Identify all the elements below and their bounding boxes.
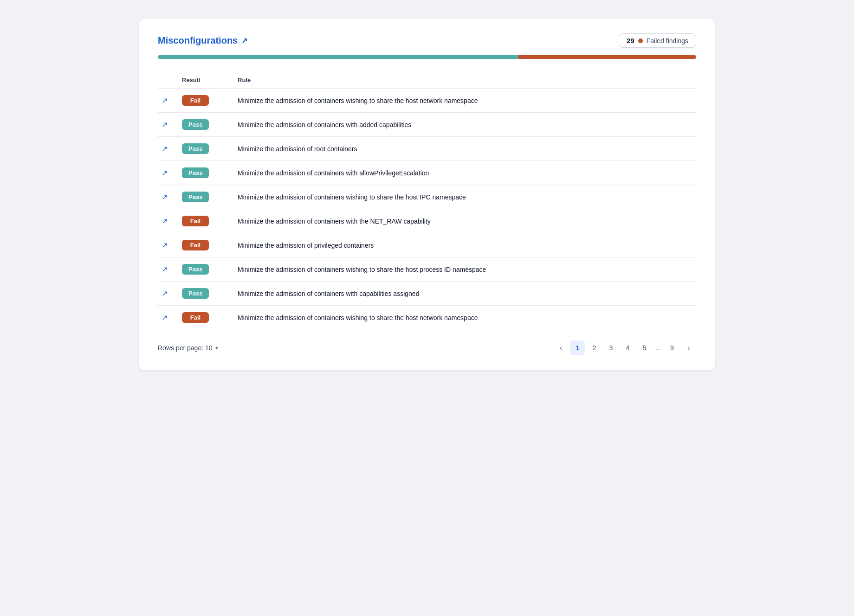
failed-findings-badge: 29 Failed findings bbox=[619, 33, 696, 48]
row-external-icon-cell: ↗ bbox=[158, 113, 178, 137]
rule-text: Minimize the admission of containers wis… bbox=[238, 97, 478, 104]
col-rule: Rule bbox=[234, 72, 696, 89]
row-rule-cell: Minimize the admission of containers wis… bbox=[234, 306, 696, 330]
row-result-cell: Pass bbox=[178, 185, 234, 209]
result-badge: Pass bbox=[182, 143, 209, 154]
row-external-icon-cell: ↗ bbox=[158, 257, 178, 282]
result-badge: Fail bbox=[182, 240, 209, 250]
page-title-text: Misconfigurations bbox=[158, 35, 238, 46]
row-result-cell: Pass bbox=[178, 161, 234, 185]
rule-text: Minimize the admission of containers wit… bbox=[238, 290, 419, 297]
pagination-page-1[interactable]: 1 bbox=[570, 340, 585, 355]
row-external-icon-cell: ↗ bbox=[158, 306, 178, 330]
row-external-icon-cell: ↗ bbox=[158, 137, 178, 161]
rows-per-page-label: Rows per page: 10 bbox=[158, 344, 213, 352]
row-external-icon-cell: ↗ bbox=[158, 89, 178, 113]
table-row: ↗FailMinimize the admission of container… bbox=[158, 89, 696, 113]
header-row: Misconfigurations ↗ 29 Failed findings bbox=[158, 33, 696, 48]
findings-table: Result Rule ↗FailMinimize the admission … bbox=[158, 72, 696, 329]
table-row: ↗PassMinimize the admission of container… bbox=[158, 257, 696, 282]
col-icon bbox=[158, 72, 178, 89]
progress-bar bbox=[158, 55, 696, 59]
external-link-icon[interactable]: ↗ bbox=[162, 145, 168, 153]
row-external-icon-cell: ↗ bbox=[158, 161, 178, 185]
external-link-icon[interactable]: ↗ bbox=[162, 289, 168, 297]
pagination-page-9[interactable]: 9 bbox=[665, 340, 679, 355]
rows-per-page[interactable]: Rows per page: 10 ▾ bbox=[158, 344, 218, 352]
pagination-page-5[interactable]: 5 bbox=[637, 340, 652, 355]
row-result-cell: Pass bbox=[178, 113, 234, 137]
failed-dot-icon bbox=[638, 38, 643, 43]
result-badge: Fail bbox=[182, 95, 209, 106]
external-link-icon[interactable]: ↗ bbox=[162, 241, 168, 249]
row-rule-cell: Minimize the admission of containers wit… bbox=[234, 113, 696, 137]
row-result-cell: Fail bbox=[178, 89, 234, 113]
external-link-icon[interactable]: ↗ bbox=[162, 96, 168, 104]
row-result-cell: Fail bbox=[178, 233, 234, 257]
table-row: ↗PassMinimize the admission of container… bbox=[158, 185, 696, 209]
external-link-icon[interactable]: ↗ bbox=[162, 217, 168, 225]
row-result-cell: Fail bbox=[178, 209, 234, 233]
row-external-icon-cell: ↗ bbox=[158, 233, 178, 257]
col-result: Result bbox=[178, 72, 234, 89]
chevron-down-icon: ▾ bbox=[215, 345, 218, 351]
row-rule-cell: Minimize the admission of containers wis… bbox=[234, 89, 696, 113]
row-external-icon-cell: ↗ bbox=[158, 282, 178, 306]
table-row: ↗PassMinimize the admission of container… bbox=[158, 113, 696, 137]
row-result-cell: Fail bbox=[178, 306, 234, 330]
page-title: Misconfigurations ↗ bbox=[158, 35, 247, 46]
pagination-prev[interactable]: ‹ bbox=[553, 340, 568, 355]
row-rule-cell: Minimize the admission of containers wit… bbox=[234, 161, 696, 185]
external-link-icon[interactable]: ↗ bbox=[162, 314, 168, 321]
rule-text: Minimize the admission of root container… bbox=[238, 145, 357, 153]
result-badge: Fail bbox=[182, 216, 209, 226]
pagination: ‹ 1 2 3 4 5 ... 9 › bbox=[553, 340, 696, 355]
progress-fail-bar bbox=[518, 55, 696, 59]
result-badge: Pass bbox=[182, 192, 209, 202]
row-rule-cell: Minimize the admission of containers wit… bbox=[234, 209, 696, 233]
pagination-page-4[interactable]: 4 bbox=[620, 340, 635, 355]
table-row: ↗PassMinimize the admission of container… bbox=[158, 161, 696, 185]
external-link-icon[interactable]: ↗ bbox=[162, 121, 168, 128]
row-rule-cell: Minimize the admission of privileged con… bbox=[234, 233, 696, 257]
rule-text: Minimize the admission of containers wis… bbox=[238, 193, 466, 201]
table-row: ↗FailMinimize the admission of privilege… bbox=[158, 233, 696, 257]
row-rule-cell: Minimize the admission of containers wis… bbox=[234, 257, 696, 282]
row-rule-cell: Minimize the admission of containers wis… bbox=[234, 185, 696, 209]
failed-count: 29 bbox=[627, 37, 634, 45]
table-body: ↗FailMinimize the admission of container… bbox=[158, 89, 696, 330]
failed-label: Failed findings bbox=[647, 37, 688, 45]
result-badge: Fail bbox=[182, 312, 209, 323]
external-link-icon[interactable]: ↗ bbox=[162, 169, 168, 177]
external-link-icon[interactable]: ↗ bbox=[162, 193, 168, 201]
rule-text: Minimize the admission of containers wis… bbox=[238, 266, 486, 273]
result-badge: Pass bbox=[182, 167, 209, 178]
rule-text: Minimize the admission of containers wis… bbox=[238, 314, 478, 321]
pagination-page-3[interactable]: 3 bbox=[603, 340, 618, 355]
table-row: ↗PassMinimize the admission of container… bbox=[158, 282, 696, 306]
rule-text: Minimize the admission of privileged con… bbox=[238, 242, 374, 249]
row-rule-cell: Minimize the admission of containers wit… bbox=[234, 282, 696, 306]
table-row: ↗FailMinimize the admission of container… bbox=[158, 306, 696, 330]
table-row: ↗FailMinimize the admission of container… bbox=[158, 209, 696, 233]
external-link-icon[interactable]: ↗ bbox=[241, 36, 247, 45]
row-result-cell: Pass bbox=[178, 282, 234, 306]
external-link-icon[interactable]: ↗ bbox=[162, 265, 168, 273]
rule-text: Minimize the admission of containers wit… bbox=[238, 121, 411, 128]
row-external-icon-cell: ↗ bbox=[158, 185, 178, 209]
row-rule-cell: Minimize the admission of root container… bbox=[234, 137, 696, 161]
rule-text: Minimize the admission of containers wit… bbox=[238, 169, 429, 177]
row-result-cell: Pass bbox=[178, 257, 234, 282]
progress-pass-bar bbox=[158, 55, 518, 59]
row-result-cell: Pass bbox=[178, 137, 234, 161]
pagination-next[interactable]: › bbox=[681, 340, 696, 355]
table-header: Result Rule bbox=[158, 72, 696, 89]
table-row: ↗PassMinimize the admission of root cont… bbox=[158, 137, 696, 161]
row-external-icon-cell: ↗ bbox=[158, 209, 178, 233]
result-badge: Pass bbox=[182, 119, 209, 130]
misconfigurations-card: Misconfigurations ↗ 29 Failed findings R… bbox=[139, 19, 715, 370]
result-badge: Pass bbox=[182, 264, 209, 275]
rule-text: Minimize the admission of containers wit… bbox=[238, 218, 431, 225]
result-badge: Pass bbox=[182, 288, 209, 299]
pagination-page-2[interactable]: 2 bbox=[587, 340, 602, 355]
